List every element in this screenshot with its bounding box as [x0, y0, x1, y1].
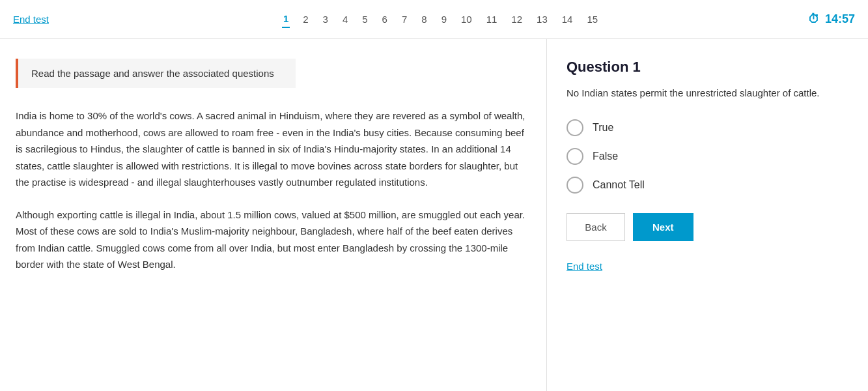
header: End test 123456789101112131415 ⏱ 14:57: [0, 0, 868, 39]
radio-true[interactable]: [567, 119, 583, 136]
main-content: Read the passage and answer the associat…: [0, 39, 868, 391]
timer-value: 14:57: [825, 12, 855, 26]
end-test-link-header[interactable]: End test: [13, 14, 49, 25]
nav-num-10[interactable]: 10: [460, 11, 473, 27]
nav-num-5[interactable]: 5: [361, 11, 369, 27]
option-false-label: False: [593, 151, 618, 162]
nav-num-6[interactable]: 6: [381, 11, 389, 27]
back-button[interactable]: Back: [567, 213, 625, 241]
nav-num-11[interactable]: 11: [485, 11, 499, 27]
instruction-text: Read the passage and answer the associat…: [31, 68, 274, 79]
question-text: No Indian states permit the unrestricted…: [567, 86, 848, 101]
passage-paragraph-2: Although exporting cattle is illegal in …: [16, 207, 527, 273]
question-title: Question 1: [567, 59, 848, 76]
option-true[interactable]: True: [567, 119, 848, 136]
nav-num-15[interactable]: 15: [585, 11, 599, 27]
option-cannot-tell-label: Cannot Tell: [593, 179, 645, 191]
nav-num-7[interactable]: 7: [400, 11, 408, 27]
answer-options: True False Cannot Tell: [567, 119, 848, 194]
instruction-box: Read the passage and answer the associat…: [16, 59, 296, 88]
nav-num-12[interactable]: 12: [510, 11, 524, 27]
next-button[interactable]: Next: [633, 213, 693, 241]
nav-num-8[interactable]: 8: [420, 11, 428, 27]
nav-num-9[interactable]: 9: [440, 11, 448, 27]
left-panel: Read the passage and answer the associat…: [0, 39, 547, 391]
question-nav: 123456789101112131415: [282, 10, 599, 28]
passage: India is home to 30% of the world's cows…: [16, 108, 527, 273]
option-false[interactable]: False: [567, 148, 848, 165]
radio-false[interactable]: [567, 148, 583, 165]
nav-num-3[interactable]: 3: [322, 11, 329, 27]
nav-num-4[interactable]: 4: [341, 11, 349, 27]
option-true-label: True: [593, 122, 613, 134]
right-panel: Question 1 No Indian states permit the u…: [547, 39, 868, 391]
nav-num-13[interactable]: 13: [535, 11, 549, 27]
nav-num-14[interactable]: 14: [561, 11, 574, 27]
radio-cannot-tell[interactable]: [567, 177, 583, 194]
header-left: End test: [13, 14, 91, 25]
option-cannot-tell[interactable]: Cannot Tell: [567, 177, 848, 194]
nav-num-2[interactable]: 2: [301, 11, 309, 27]
nav-num-1[interactable]: 1: [282, 10, 290, 28]
buttons-row: Back Next: [567, 213, 848, 241]
passage-paragraph-1: India is home to 30% of the world's cows…: [16, 108, 527, 191]
timer: ⏱ 14:57: [790, 12, 855, 26]
timer-icon: ⏱: [808, 12, 820, 26]
end-test-link-bottom[interactable]: End test: [567, 261, 602, 272]
